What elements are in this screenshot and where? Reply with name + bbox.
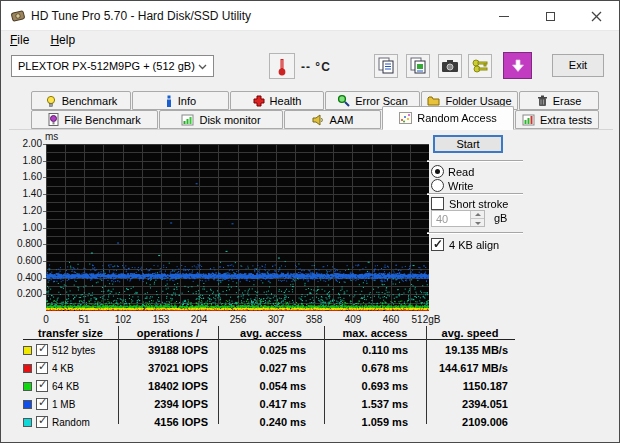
series-swatch (23, 418, 32, 427)
tab-erase[interactable]: Erase (519, 91, 599, 110)
y-tick: 0.400 (5, 272, 42, 283)
tab-file-benchmark[interactable]: File Benchmark (31, 110, 158, 129)
save-results-button[interactable] (503, 52, 532, 79)
table-row: 1 MB 2394 IOPS 0.417 ms 1.537 ms 2394.05… (23, 396, 515, 412)
x-tick: 153 (141, 314, 181, 325)
series-checkbox[interactable] (36, 344, 48, 356)
operations-value: 39188 IOPS (118, 344, 218, 356)
short-stroke-label[interactable]: Short stroke (449, 198, 508, 210)
health-cross-icon (253, 95, 265, 107)
tab-pane-edge (9, 129, 613, 130)
y-tick: 1.80 (5, 155, 42, 166)
menu-file[interactable]: File (1, 31, 38, 50)
avg-access-value: 0.027 ms (218, 362, 324, 374)
align-checkbox-label[interactable]: 4 KB align (449, 239, 499, 251)
tab-label: Benchmark (62, 95, 118, 107)
tab-extra-tests[interactable]: Extra tests (515, 110, 599, 129)
read-radio[interactable] (431, 165, 444, 178)
operations-value: 4156 IOPS (118, 416, 218, 428)
disk-monitor-icon (181, 114, 194, 126)
series-label: Random (52, 417, 90, 428)
x-tick: 409 (333, 314, 373, 325)
maximize-icon (546, 12, 555, 21)
series-swatch (23, 346, 32, 355)
spinner-down-icon[interactable] (471, 219, 484, 226)
y-tick: 1.60 (5, 171, 42, 182)
series-checkbox[interactable] (36, 416, 48, 428)
tab-aam[interactable]: AAM (284, 110, 381, 129)
separator (427, 193, 523, 195)
series-label: 4 KB (52, 363, 74, 374)
x-tick: 512gB (403, 314, 449, 325)
max-access-value: 1.059 ms (324, 416, 426, 428)
series-checkbox[interactable] (36, 380, 48, 392)
series-label: 512 bytes (52, 345, 95, 356)
exit-button[interactable]: Exit (552, 54, 604, 77)
maximize-button[interactable] (527, 1, 573, 31)
read-radio-label[interactable]: Read (448, 166, 474, 178)
random-access-icon (399, 112, 412, 124)
spinner-up-icon[interactable] (471, 211, 484, 219)
x-tick: 51 (64, 314, 104, 325)
menu-help[interactable]: Help (41, 31, 84, 50)
series-checkbox[interactable] (36, 362, 48, 374)
tab-random-access[interactable]: Random Access (382, 106, 514, 130)
operations-value: 2394 IOPS (118, 398, 218, 410)
copy-text-button[interactable] (374, 54, 398, 78)
magnifier-icon (337, 94, 350, 107)
copy-image-icon (409, 57, 427, 75)
y-tick: 2.00 (5, 138, 42, 149)
menu-bar: File Help (1, 31, 619, 49)
y-tick: 0.200 (5, 288, 42, 299)
y-tick: 1.00 (5, 222, 42, 233)
short-stroke-size-input[interactable] (432, 211, 470, 226)
license-button[interactable] (468, 54, 492, 78)
max-access-value: 0.678 ms (324, 362, 426, 374)
tab-benchmark[interactable]: Benchmark (31, 91, 131, 110)
benchmark-icon (45, 95, 57, 107)
window-title: HD Tune Pro 5.70 - Hard Disk/SSD Utility (31, 9, 251, 23)
drive-select-value: PLEXTOR PX-512M9PG + (512 gB) (18, 60, 195, 72)
tab-info[interactable]: Info (132, 91, 229, 110)
short-stroke-size-stepper[interactable] (431, 210, 485, 227)
tab-label: Error Scan (355, 95, 408, 107)
operations-value: 18402 IOPS (118, 380, 218, 392)
avg-access-value: 0.240 ms (218, 416, 324, 428)
write-radio[interactable] (431, 179, 444, 192)
tab-label: Folder Usage (445, 95, 511, 107)
tab-label: Extra tests (540, 114, 592, 126)
y-tick: 1.40 (5, 188, 42, 199)
series-swatch (23, 364, 32, 373)
write-radio-label[interactable]: Write (448, 180, 473, 192)
x-tick: 102 (103, 314, 143, 325)
close-button[interactable] (573, 1, 619, 31)
tab-health[interactable]: Health (230, 91, 324, 110)
tab-label: Disk monitor (199, 114, 260, 126)
title-bar: HD Tune Pro 5.70 - Hard Disk/SSD Utility (1, 1, 619, 31)
temperature-readout: -- °C (301, 60, 331, 74)
tab-disk-monitor[interactable]: Disk monitor (159, 110, 283, 129)
col-header: max. access (324, 327, 426, 339)
file-benchmark-icon (48, 113, 59, 126)
align-checkbox[interactable] (431, 238, 444, 251)
avg-speed-value: 19.135 MB/s (426, 344, 514, 356)
series-label: 64 KB (52, 381, 79, 392)
app-window: HD Tune Pro 5.70 - Hard Disk/SSD Utility… (0, 0, 620, 443)
copy-image-button[interactable] (406, 54, 430, 78)
close-icon (591, 11, 602, 22)
col-header: avg. speed (426, 327, 514, 339)
drive-select[interactable]: PLEXTOR PX-512M9PG + (512 gB) (11, 55, 214, 77)
short-stroke-checkbox[interactable] (431, 197, 444, 210)
camera-icon (441, 59, 459, 73)
table-row: 4 KB 37021 IOPS 0.027 ms 0.678 ms 144.61… (23, 360, 515, 376)
download-arrow-icon (511, 59, 525, 73)
temperature-button[interactable] (269, 53, 295, 79)
avg-speed-value: 2394.051 (426, 398, 514, 410)
series-checkbox[interactable] (36, 398, 48, 410)
start-button[interactable]: Start (433, 135, 503, 153)
keys-icon (471, 58, 489, 74)
screenshot-button[interactable] (438, 54, 462, 78)
minimize-button[interactable] (481, 1, 527, 31)
avg-access-value: 0.025 ms (218, 344, 324, 356)
chevron-down-icon (198, 64, 207, 70)
